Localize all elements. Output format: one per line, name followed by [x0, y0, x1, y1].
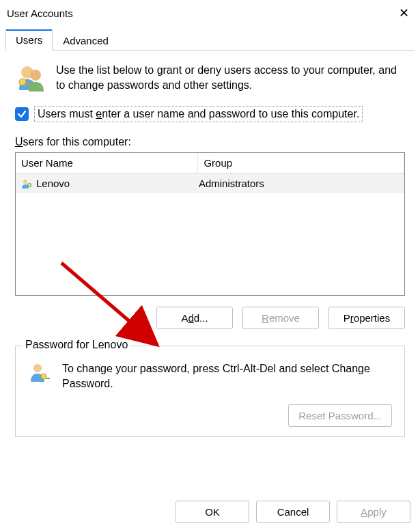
list-header: User Name Group	[16, 153, 404, 173]
require-login-label: Users must enter a user name and passwor…	[34, 106, 363, 122]
svg-rect-3	[25, 83, 31, 85]
groupbox-title: Password for Lenovo	[23, 339, 130, 351]
password-instruction: To change your password, press Ctrl-Alt-…	[62, 361, 392, 391]
svg-point-7	[41, 374, 46, 379]
users-icon	[15, 63, 46, 96]
reset-password-button: Reset Password...	[288, 404, 392, 427]
require-login-checkbox[interactable]	[15, 107, 29, 121]
cell-group: Administrators	[199, 176, 399, 191]
password-groupbox: Password for Lenovo To change your passw…	[15, 346, 405, 437]
key-user-icon	[28, 361, 51, 387]
user-icon	[21, 178, 32, 189]
add-button[interactable]: Add...	[156, 307, 233, 329]
window-title: User Accounts	[7, 8, 73, 19]
cell-username: Lenovo	[36, 176, 199, 191]
tab-users[interactable]: Users	[5, 29, 53, 51]
close-button[interactable]: ✕	[394, 5, 413, 20]
remove-button: Remove	[242, 307, 319, 329]
tab-bar: Users Advanced	[5, 29, 415, 51]
svg-point-1	[30, 70, 41, 81]
svg-point-4	[23, 180, 27, 184]
table-row[interactable]: Lenovo Administrators	[16, 173, 404, 193]
apply-button: Apply	[337, 501, 410, 523]
intro-text: Use the list below to grant or deny user…	[56, 63, 405, 92]
users-list[interactable]: User Name Group Lenovo Administrators	[15, 152, 405, 296]
tab-advanced[interactable]: Advanced	[53, 30, 119, 51]
properties-button[interactable]: Properties	[328, 307, 405, 329]
ok-button[interactable]: OK	[176, 501, 249, 523]
column-group[interactable]: Group	[198, 153, 404, 173]
users-list-label: Users for this computer:	[15, 136, 405, 148]
cancel-button[interactable]: Cancel	[256, 501, 330, 523]
column-username[interactable]: User Name	[16, 153, 198, 173]
dialog-footer: OK Cancel Apply	[176, 501, 410, 523]
svg-rect-8	[46, 378, 50, 379]
svg-point-6	[33, 364, 42, 372]
